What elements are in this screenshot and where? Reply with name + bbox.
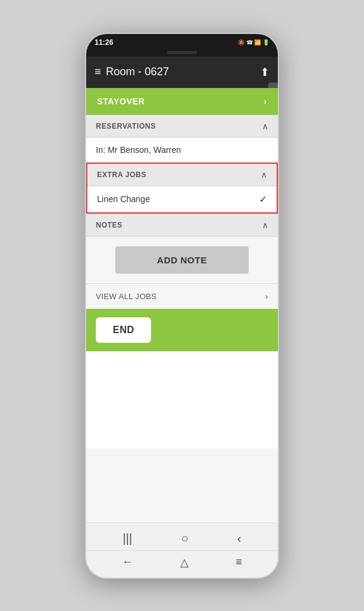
add-note-container: ADD NOTE	[86, 237, 278, 283]
notes-caret-icon: ∧	[262, 220, 268, 230]
content-area: STAYOVER › RESERVATIONS ∧ In: Mr Benson,…	[86, 88, 278, 522]
extra-jobs-label: EXTRA JOBS	[97, 170, 146, 179]
speaker	[167, 51, 197, 54]
speaker-bar	[86, 51, 278, 56]
extra-jobs-caret-icon: ∧	[261, 170, 267, 180]
add-note-button[interactable]: ADD NOTE	[115, 246, 249, 274]
notification-icons: 🔕 ☎ 📶 🔋	[238, 39, 269, 46]
view-all-jobs-label: VIEW ALL JOBS	[96, 292, 157, 301]
back-gesture-icon[interactable]: ←	[122, 556, 133, 569]
reservations-caret-icon: ∧	[262, 121, 268, 131]
recent-apps-icon[interactable]: |||	[123, 532, 132, 545]
status-bar: 11:26 🔕 ☎ 📶 🔋	[86, 34, 278, 51]
view-all-jobs-row[interactable]: VIEW ALL JOBS ›	[86, 283, 278, 309]
checkmark-icon: ✓	[259, 194, 267, 205]
status-icons: 🔕 ☎ 📶 🔋	[238, 39, 269, 46]
recents-gesture-icon[interactable]: ≡	[236, 556, 243, 569]
home-gesture-icon[interactable]: △	[180, 556, 189, 569]
notes-label: NOTES	[96, 221, 123, 229]
status-time: 11:26	[95, 38, 113, 47]
end-button[interactable]: END	[96, 317, 151, 343]
empty-content-area	[86, 351, 278, 448]
page-title: Room - 0627	[106, 66, 169, 78]
guest-name: In: Mr Benson, Warren	[96, 145, 181, 155]
nav-bar: ||| ○ ‹ ← △ ≡	[86, 522, 278, 578]
reservations-label: RESERVATIONS	[96, 122, 156, 130]
stayover-chevron: ›	[264, 96, 267, 106]
header-left: ≡ Room - 0627	[95, 66, 169, 78]
view-all-jobs-chevron: ›	[265, 292, 268, 301]
share-icon[interactable]: ⬆	[260, 66, 269, 79]
extra-jobs-section-header[interactable]: EXTRA JOBS ∧	[87, 164, 277, 186]
stayover-banner[interactable]: STAYOVER ›	[86, 88, 278, 115]
system-nav-icons: ||| ○ ‹	[86, 529, 278, 548]
android-nav: ← △ ≡	[86, 550, 278, 575]
app-header: ≡ Room - 0627 ⬆	[86, 56, 278, 88]
end-section: END	[86, 309, 278, 351]
notes-section-header[interactable]: NOTES ∧	[86, 214, 278, 237]
phone-shell: 11:26 🔕 ☎ 📶 🔋 ≡ Room - 0627 ⬆ › STAYOVER…	[85, 33, 279, 579]
hamburger-menu-icon[interactable]: ≡	[95, 66, 101, 78]
stayover-label: STAYOVER	[97, 96, 145, 106]
home-icon[interactable]: ○	[181, 532, 188, 545]
header-right: ⬆	[260, 66, 269, 79]
back-icon[interactable]: ‹	[237, 532, 241, 545]
guest-row: In: Mr Benson, Warren	[86, 138, 278, 163]
extra-jobs-section: EXTRA JOBS ∧ Linen Change ✓	[86, 163, 278, 214]
linen-change-row[interactable]: Linen Change ✓	[87, 186, 277, 212]
notes-section: NOTES ∧ ADD NOTE	[86, 214, 278, 283]
linen-change-label: Linen Change	[97, 194, 150, 204]
reservations-section-header[interactable]: RESERVATIONS ∧	[86, 115, 278, 138]
